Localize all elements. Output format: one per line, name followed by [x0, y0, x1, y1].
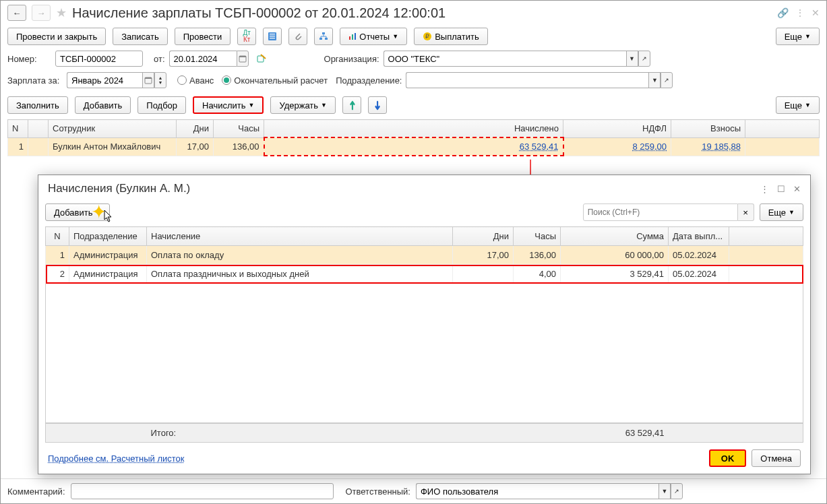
from-label: от:: [154, 54, 165, 64]
date-input[interactable]: [169, 51, 237, 67]
period-spinner[interactable]: ▲▼: [154, 72, 166, 88]
dtkt-button[interactable]: ДтКт: [237, 28, 256, 45]
org-open-icon[interactable]: ↗: [638, 51, 650, 67]
subdiv-label: Подразделение:: [336, 75, 402, 86]
reports-button[interactable]: Отчеты ▼: [340, 28, 407, 45]
pick-button[interactable]: Подбор: [137, 96, 186, 114]
subdiv-input[interactable]: [406, 72, 648, 88]
svg-rect-16: [145, 77, 152, 79]
popup-row[interactable]: 1 Администрация Оплата по окладу 17,00 1…: [46, 246, 803, 265]
comment-label: Комментарий:: [7, 486, 65, 497]
period-calendar-icon[interactable]: [142, 72, 154, 88]
close-icon[interactable]: ✕: [811, 7, 820, 18]
withhold-button[interactable]: Удержать ▼: [270, 96, 336, 114]
main-table: N Сотрудник Дни Часы Начислено НДФЛ Взно…: [7, 119, 820, 156]
popup-close-icon[interactable]: ✕: [793, 184, 801, 194]
number-input[interactable]: [55, 51, 143, 67]
popup-search-input[interactable]: [583, 203, 738, 221]
check-icon[interactable]: [257, 54, 266, 63]
resp-label: Ответственный:: [346, 486, 410, 497]
cancel-button[interactable]: Отмена: [752, 449, 801, 467]
ruble-icon: ₽: [423, 32, 432, 41]
number-label: Номер:: [7, 54, 51, 64]
advance-radio[interactable]: [177, 75, 187, 85]
svg-rect-6: [325, 38, 328, 40]
popup-total-row: Итого: 63 529,41: [45, 423, 803, 443]
popup-title: Начисления (Булкин А. М.): [48, 182, 190, 195]
col-hours: Часы: [214, 120, 264, 138]
svg-rect-8: [352, 34, 353, 40]
resp-open-icon[interactable]: ↗: [671, 483, 683, 499]
col-days: Дни: [177, 120, 214, 138]
col-contrib: Взносы: [671, 120, 745, 138]
col-ndfl: НДФЛ: [563, 120, 671, 138]
more-button[interactable]: Еще ▼: [776, 28, 820, 45]
link-icon[interactable]: 🔗: [777, 7, 789, 18]
window-title: Начисление зарплаты ТСБП-000002 от 20.01…: [72, 5, 446, 21]
subdiv-dropdown-icon[interactable]: ▼: [648, 72, 661, 88]
resp-dropdown-icon[interactable]: ▼: [658, 483, 671, 499]
list-icon-button[interactable]: [263, 28, 282, 45]
ok-button[interactable]: OK: [709, 449, 747, 467]
advance-label: Аванс: [189, 75, 214, 86]
table-row[interactable]: 1 Булкин Антон Михайлович 17,00 136,00 6…: [8, 137, 820, 156]
contrib-link[interactable]: 19 185,88: [702, 141, 741, 152]
accrued-link[interactable]: 63 529,41: [520, 141, 559, 152]
resp-input[interactable]: [416, 483, 658, 499]
org-input[interactable]: [384, 51, 626, 67]
move-down-button[interactable]: ➜: [368, 96, 387, 114]
save-button[interactable]: Записать: [113, 28, 168, 45]
final-label: Окончательный расчет: [234, 75, 328, 86]
svg-rect-13: [239, 56, 246, 57]
org-label: Организация:: [324, 54, 379, 64]
comment-input[interactable]: [71, 483, 334, 499]
post-button[interactable]: Провести: [175, 28, 231, 45]
org-dropdown-icon[interactable]: ▼: [626, 51, 638, 67]
svg-rect-3: [270, 38, 275, 38]
add-button[interactable]: Добавить: [75, 96, 131, 114]
nav-back-button[interactable]: ←: [7, 5, 26, 21]
fill-button[interactable]: Заполнить: [7, 96, 68, 114]
actions-more-button[interactable]: Еще ▼: [776, 96, 820, 114]
calendar-icon[interactable]: [237, 51, 249, 67]
salary-for-label: Зарплата за:: [7, 75, 63, 86]
popup-kebab-icon[interactable]: ⋮: [760, 184, 769, 194]
post-close-button[interactable]: Провести и закрыть: [7, 28, 106, 45]
svg-rect-4: [322, 32, 325, 34]
svg-text:₽: ₽: [425, 33, 429, 40]
final-radio[interactable]: [222, 75, 231, 85]
col-emp: Сотрудник: [49, 120, 177, 138]
favorite-star-icon[interactable]: ★: [56, 5, 67, 20]
popup-add-button[interactable]: Добавить ▼: [45, 203, 110, 221]
svg-rect-1: [270, 34, 275, 34]
salary-period-input[interactable]: [67, 72, 142, 88]
svg-rect-2: [270, 36, 275, 36]
svg-rect-5: [319, 38, 322, 40]
accrue-button[interactable]: Начислить ▼: [193, 96, 264, 114]
subdiv-open-icon[interactable]: ↗: [661, 72, 673, 88]
detail-link[interactable]: Подробнее см. Расчетный листок: [48, 453, 185, 464]
move-up-button[interactable]: ➜: [342, 96, 361, 114]
kebab-icon[interactable]: ⋮: [795, 7, 805, 18]
popup-more-button[interactable]: Еще ▼: [760, 203, 803, 221]
popup-maximize-icon[interactable]: ☐: [777, 184, 785, 194]
popup-table: N Подразделение Начисление Дни Часы Сумм…: [45, 226, 803, 284]
attach-icon-button[interactable]: [288, 28, 307, 45]
accruals-popup: Начисления (Булкин А. М.) ⋮ ☐ ✕ Добавить…: [38, 175, 811, 474]
popup-row[interactable]: 2 Администрация Оплата праздничных и вых…: [46, 265, 803, 284]
col-accrued: Начислено: [264, 120, 563, 138]
struct-icon-button[interactable]: [314, 28, 333, 45]
popup-search-clear[interactable]: ×: [738, 203, 754, 221]
svg-rect-9: [355, 33, 356, 40]
svg-rect-7: [349, 36, 350, 40]
ndfl-link[interactable]: 8 259,00: [632, 141, 667, 152]
chart-icon: [348, 32, 357, 40]
pay-button[interactable]: ₽ Выплатить: [414, 28, 488, 45]
nav-forward-button: →: [32, 5, 51, 21]
col-n: N: [8, 120, 28, 138]
